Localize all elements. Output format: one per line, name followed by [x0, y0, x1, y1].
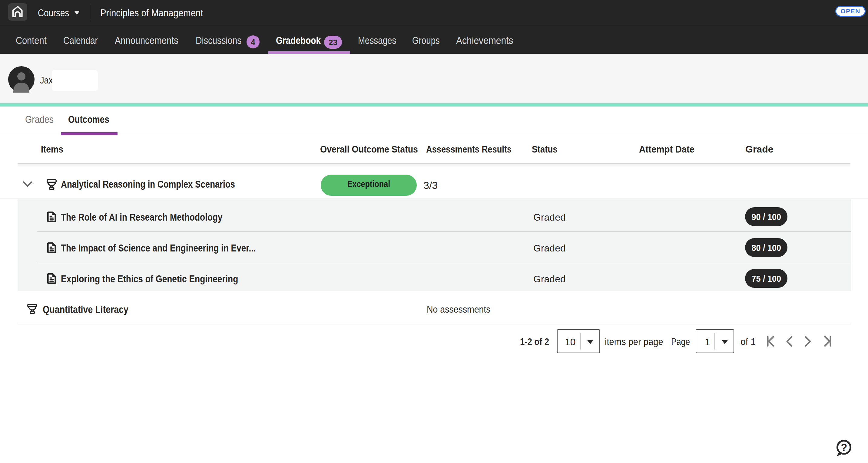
svg-text:?: ?: [841, 441, 847, 453]
